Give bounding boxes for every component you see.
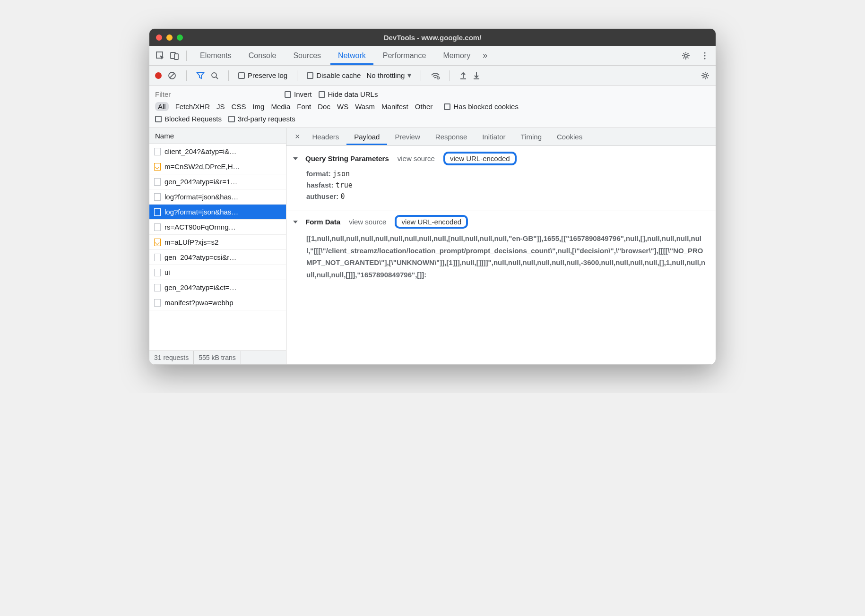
param-value: true bbox=[336, 181, 353, 189]
form-view-source-link[interactable]: view source bbox=[349, 218, 386, 226]
has-blocked-cookies-checkbox[interactable]: Has blocked cookies bbox=[444, 103, 519, 111]
close-window-button[interactable] bbox=[156, 34, 162, 41]
svg-rect-2 bbox=[174, 54, 178, 60]
separator bbox=[186, 51, 187, 61]
sidebar-header[interactable]: Name bbox=[149, 128, 286, 144]
expand-icon[interactable] bbox=[293, 157, 298, 160]
request-row[interactable]: ui bbox=[149, 265, 286, 280]
more-tabs-icon[interactable]: » bbox=[480, 51, 490, 60]
main-tabbar: Elements Console Sources Network Perform… bbox=[149, 46, 716, 66]
filter-icon[interactable] bbox=[196, 71, 205, 80]
request-name: ui bbox=[164, 268, 170, 276]
throttling-select[interactable]: No throttling bbox=[366, 71, 405, 79]
filter-type-fetchxhr[interactable]: Fetch/XHR bbox=[175, 103, 210, 111]
preserve-log-checkbox[interactable]: Preserve log bbox=[238, 71, 287, 79]
window-controls bbox=[156, 34, 183, 41]
request-list: client_204?&atyp=i&…m=CnSW2d,DPreE,H…gen… bbox=[149, 144, 286, 351]
dropdown-icon[interactable]: ▾ bbox=[407, 71, 411, 80]
request-row[interactable]: log?format=json&has… bbox=[149, 205, 286, 220]
request-row[interactable]: rs=ACT90oFqOrnng… bbox=[149, 220, 286, 235]
window-title: DevTools - www.google.com/ bbox=[384, 34, 482, 42]
dtab-response[interactable]: Response bbox=[428, 128, 475, 145]
hide-data-urls-checkbox[interactable]: Hide data URLs bbox=[319, 90, 378, 98]
request-row[interactable]: gen_204?atyp=i&r=1… bbox=[149, 174, 286, 189]
script-file-icon bbox=[154, 239, 161, 246]
dtab-payload[interactable]: Payload bbox=[346, 128, 387, 145]
inspect-icon[interactable] bbox=[154, 50, 166, 62]
filter-type-img[interactable]: Img bbox=[252, 103, 264, 111]
minimize-window-button[interactable] bbox=[166, 34, 173, 41]
filter-type-css[interactable]: CSS bbox=[232, 103, 246, 111]
filter-type-ws[interactable]: WS bbox=[337, 103, 348, 111]
filter-type-font[interactable]: Font bbox=[297, 103, 311, 111]
disable-cache-checkbox[interactable]: Disable cache bbox=[307, 71, 361, 79]
query-params: format: jsonhasfast: trueauthuser: 0 bbox=[294, 166, 708, 208]
svg-line-10 bbox=[216, 77, 218, 79]
third-party-label: 3rd-party requests bbox=[238, 115, 295, 123]
tab-sources[interactable]: Sources bbox=[285, 47, 329, 65]
request-row[interactable]: m=CnSW2d,DPreE,H… bbox=[149, 159, 286, 174]
maximize-window-button[interactable] bbox=[177, 34, 183, 41]
form-body: [[1,null,null,null,null,null,null,null,n… bbox=[294, 230, 708, 284]
device-toggle-icon[interactable] bbox=[168, 50, 181, 62]
request-row[interactable]: client_204?&atyp=i&… bbox=[149, 144, 286, 159]
separator bbox=[228, 70, 229, 81]
filter-type-all[interactable]: All bbox=[155, 102, 169, 111]
filter-type-js[interactable]: JS bbox=[216, 103, 225, 111]
request-row[interactable]: gen_204?atyp=i&ct=… bbox=[149, 280, 286, 295]
filter-type-manifest[interactable]: Manifest bbox=[381, 103, 408, 111]
request-row[interactable]: manifest?pwa=webhp bbox=[149, 295, 286, 310]
upload-icon[interactable] bbox=[459, 71, 467, 80]
request-name: m=aLUfP?xjs=s2 bbox=[164, 238, 218, 246]
detail-tabs: × Headers Payload Preview Response Initi… bbox=[286, 128, 716, 146]
tab-memory[interactable]: Memory bbox=[435, 47, 478, 65]
param-value: 0 bbox=[341, 192, 345, 201]
tab-network[interactable]: Network bbox=[330, 47, 373, 65]
svg-point-11 bbox=[437, 77, 440, 79]
expand-icon[interactable] bbox=[293, 221, 298, 223]
request-row[interactable]: log?format=json&has… bbox=[149, 189, 286, 205]
download-icon[interactable] bbox=[473, 71, 480, 80]
close-detail-icon[interactable]: × bbox=[290, 132, 305, 142]
dtab-preview[interactable]: Preview bbox=[387, 128, 427, 145]
blocked-requests-checkbox[interactable]: Blocked Requests bbox=[155, 115, 222, 123]
query-view-encoded-link[interactable]: view URL-encoded bbox=[443, 152, 517, 165]
svg-point-9 bbox=[212, 73, 216, 77]
settings-icon[interactable] bbox=[680, 50, 692, 62]
network-conditions-icon[interactable] bbox=[431, 71, 440, 80]
kebab-menu-icon[interactable] bbox=[699, 50, 711, 62]
tab-console[interactable]: Console bbox=[241, 47, 284, 65]
query-view-source-link[interactable]: view source bbox=[398, 154, 435, 163]
tab-elements[interactable]: Elements bbox=[192, 47, 239, 65]
request-name: gen_204?atyp=i&ct=… bbox=[164, 283, 237, 291]
file-icon bbox=[154, 193, 161, 201]
request-row[interactable]: m=aLUfP?xjs=s2 bbox=[149, 235, 286, 250]
request-sidebar: Name client_204?&atyp=i&…m=CnSW2d,DPreE,… bbox=[149, 128, 286, 364]
clear-icon[interactable] bbox=[167, 71, 177, 80]
param-value: json bbox=[333, 170, 350, 178]
separator bbox=[297, 70, 297, 81]
status-bar: 31 requests 555 kB trans bbox=[149, 351, 286, 364]
search-icon[interactable] bbox=[210, 71, 219, 80]
invert-checkbox[interactable]: Invert bbox=[285, 90, 312, 98]
record-button[interactable] bbox=[155, 72, 162, 79]
dtab-headers[interactable]: Headers bbox=[305, 128, 347, 145]
invert-label: Invert bbox=[294, 90, 312, 98]
network-toolbar: Preserve log Disable cache No throttling… bbox=[149, 66, 716, 86]
filter-type-doc[interactable]: Doc bbox=[318, 103, 330, 111]
third-party-checkbox[interactable]: 3rd-party requests bbox=[228, 115, 295, 123]
filter-type-other[interactable]: Other bbox=[415, 103, 433, 111]
request-row[interactable]: gen_204?atyp=csi&r… bbox=[149, 250, 286, 265]
svg-point-6 bbox=[704, 58, 705, 59]
filter-type-media[interactable]: Media bbox=[271, 103, 290, 111]
network-settings-icon[interactable] bbox=[701, 71, 710, 80]
dtab-cookies[interactable]: Cookies bbox=[549, 128, 590, 145]
dtab-initiator[interactable]: Initiator bbox=[475, 128, 513, 145]
filter-input[interactable] bbox=[155, 90, 278, 98]
tab-performance[interactable]: Performance bbox=[375, 47, 434, 65]
filter-type-wasm[interactable]: Wasm bbox=[355, 103, 375, 111]
dtab-timing[interactable]: Timing bbox=[513, 128, 549, 145]
form-view-encoded-link[interactable]: view URL-encoded bbox=[395, 215, 468, 229]
param-key: format: bbox=[306, 170, 331, 178]
query-param-row: format: json bbox=[306, 168, 708, 180]
